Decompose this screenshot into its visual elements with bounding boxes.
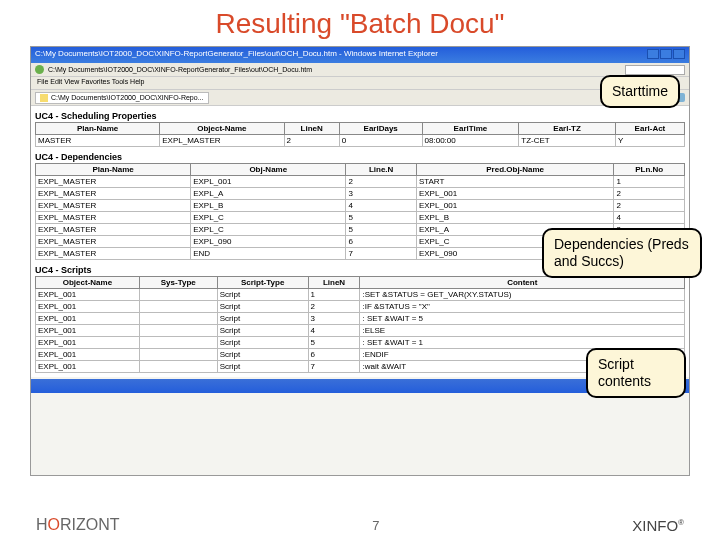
column-header: EarlDays bbox=[339, 123, 422, 135]
slide-title: Resulting "Batch Docu" bbox=[0, 0, 720, 46]
slide-footer: HORIZONT 7 XINFO® bbox=[0, 516, 720, 534]
table-cell: Y bbox=[615, 135, 684, 147]
table-cell: 5 bbox=[346, 212, 417, 224]
table-cell: 08:00:00 bbox=[422, 135, 519, 147]
table-cell: EXPL_MASTER bbox=[36, 236, 191, 248]
table-cell: EXPL_001 bbox=[36, 349, 140, 361]
table-cell bbox=[139, 349, 217, 361]
table-cell bbox=[139, 325, 217, 337]
logo-horizont: HORIZONT bbox=[36, 516, 120, 534]
table-scheduling: Plan-NameObject-NameLineNEarlDaysEarlTim… bbox=[35, 122, 685, 147]
table-cell: :SET &STATUS = GET_VAR(XY.STATUS) bbox=[360, 289, 685, 301]
column-header: Earl-TZ bbox=[519, 123, 616, 135]
table-cell: EXPL_001 bbox=[36, 325, 140, 337]
table-cell: Script bbox=[217, 289, 308, 301]
table-cell: 7 bbox=[308, 361, 360, 373]
table-cell: EXPL_B bbox=[191, 200, 346, 212]
table-cell: EXPL_MASTER bbox=[36, 176, 191, 188]
table-row: EXPL_MASTEREXPL_0012START1 bbox=[36, 176, 685, 188]
table-cell: 7 bbox=[346, 248, 417, 260]
table-cell: EXPL_001 bbox=[36, 337, 140, 349]
callout-starttime: Starttime bbox=[600, 75, 680, 108]
table-cell: 2 bbox=[614, 188, 685, 200]
search-box bbox=[625, 65, 685, 75]
globe-icon bbox=[35, 65, 44, 74]
table-cell: END bbox=[191, 248, 346, 260]
column-header: Obj-Name bbox=[191, 164, 346, 176]
table-cell: 4 bbox=[308, 325, 360, 337]
table-cell: EXPL_MASTER bbox=[36, 224, 191, 236]
table-row: EXPL_001Script1:SET &STATUS = GET_VAR(XY… bbox=[36, 289, 685, 301]
column-header: Object-Name bbox=[160, 123, 284, 135]
section-scheduling: UC4 - Scheduling Properties bbox=[35, 108, 685, 122]
section-dependencies: UC4 - Dependencies bbox=[35, 149, 685, 163]
table-row: MASTEREXPL_MASTER2008:00:00TZ-CETY bbox=[36, 135, 685, 147]
browser-tab: C:\My Documents\IOT2000_DOC\XINFO-Repo..… bbox=[35, 92, 209, 104]
table-cell bbox=[139, 337, 217, 349]
table-cell: START bbox=[416, 176, 614, 188]
logo-xinfo: XINFO® bbox=[632, 517, 684, 534]
table-cell: EXPL_MASTER bbox=[36, 200, 191, 212]
column-header: Plan-Name bbox=[36, 123, 160, 135]
table-cell: EXPL_090 bbox=[191, 236, 346, 248]
table-cell: Script bbox=[217, 301, 308, 313]
callout-script: Script contents bbox=[586, 348, 686, 398]
table-cell: 3 bbox=[346, 188, 417, 200]
table-cell: :IF &STATUS = "X" bbox=[360, 301, 685, 313]
table-cell: : SET &WAIT = 1 bbox=[360, 337, 685, 349]
table-cell: EXPL_001 bbox=[416, 200, 614, 212]
table-cell: 1 bbox=[308, 289, 360, 301]
column-header: Sys-Type bbox=[139, 277, 217, 289]
table-row: EXPL_MASTEREXPL_B4EXPL_0012 bbox=[36, 200, 685, 212]
table-cell: EXPL_B bbox=[416, 212, 614, 224]
table-row: EXPL_001Script2:IF &STATUS = "X" bbox=[36, 301, 685, 313]
table-cell: Script bbox=[217, 349, 308, 361]
table-cell: MASTER bbox=[36, 135, 160, 147]
table-cell: 2 bbox=[284, 135, 339, 147]
table-cell: EXPL_001 bbox=[36, 361, 140, 373]
table-cell: TZ-CET bbox=[519, 135, 616, 147]
table-row: EXPL_001Script5: SET &WAIT = 1 bbox=[36, 337, 685, 349]
table-cell: EXPL_001 bbox=[416, 188, 614, 200]
table-cell: Script bbox=[217, 337, 308, 349]
table-cell: 4 bbox=[614, 212, 685, 224]
table-cell: 4 bbox=[346, 200, 417, 212]
table-row: EXPL_MASTEREXPL_C5EXPL_B4 bbox=[36, 212, 685, 224]
table-cell: EXPL_C bbox=[191, 224, 346, 236]
column-header: Object-Name bbox=[36, 277, 140, 289]
browser-tabs: C:\My Documents\IOT2000_DOC\XINFO-Repo..… bbox=[31, 90, 689, 106]
table-cell: EXPL_MASTER bbox=[36, 188, 191, 200]
column-header: PLn.No bbox=[614, 164, 685, 176]
column-header: EarlTime bbox=[422, 123, 519, 135]
table-cell: EXPL_C bbox=[191, 212, 346, 224]
table-cell: 3 bbox=[308, 313, 360, 325]
table-cell: Script bbox=[217, 313, 308, 325]
table-cell bbox=[139, 301, 217, 313]
table-row: EXPL_001Script4:ELSE bbox=[36, 325, 685, 337]
table-cell: : SET &WAIT = 5 bbox=[360, 313, 685, 325]
table-cell: EXPL_001 bbox=[191, 176, 346, 188]
table-cell: 6 bbox=[346, 236, 417, 248]
window-buttons bbox=[647, 49, 685, 61]
table-cell bbox=[139, 313, 217, 325]
table-cell: 5 bbox=[308, 337, 360, 349]
column-header: Earl-Act bbox=[615, 123, 684, 135]
table-cell: EXPL_A bbox=[191, 188, 346, 200]
column-header: Plan-Name bbox=[36, 164, 191, 176]
browser-titlebar: C:\My Documents\IOT2000_DOC\XINFO-Report… bbox=[31, 47, 689, 63]
table-cell: 2 bbox=[614, 200, 685, 212]
table-cell: 5 bbox=[346, 224, 417, 236]
callout-dependencies: Dependencies (Preds and Succs) bbox=[542, 228, 702, 278]
address-text: C:\My Documents\IOT2000_DOC\XINFO-Report… bbox=[48, 66, 312, 73]
table-cell: 6 bbox=[308, 349, 360, 361]
browser-address-bar: C:\My Documents\IOT2000_DOC\XINFO-Report… bbox=[31, 63, 689, 77]
table-cell bbox=[139, 289, 217, 301]
table-cell: EXPL_MASTER bbox=[36, 248, 191, 260]
column-header: Line.N bbox=[346, 164, 417, 176]
table-cell: EXPL_MASTER bbox=[36, 212, 191, 224]
table-cell: Script bbox=[217, 361, 308, 373]
table-cell: EXPL_MASTER bbox=[160, 135, 284, 147]
table-row: EXPL_MASTEREXPL_A3EXPL_0012 bbox=[36, 188, 685, 200]
column-header: Pred.Obj-Name bbox=[416, 164, 614, 176]
table-cell bbox=[139, 361, 217, 373]
